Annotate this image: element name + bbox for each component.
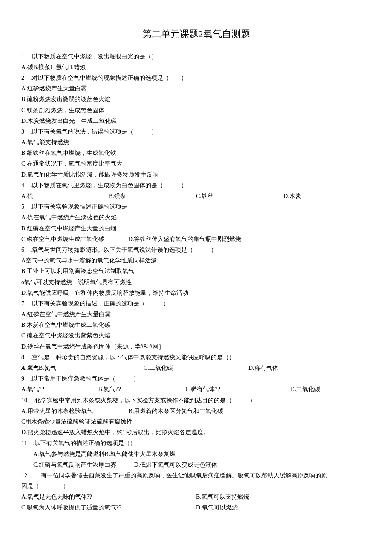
- q3-opt-d: D.氧气的化学性质比拟活泼，能跟许多物质发生反响: [21, 169, 371, 180]
- question-4: 4 .以下物质在氧气里燃烧，生成物为白色固体的是（ ） A.硫 B.镁条 C.铁…: [21, 180, 371, 201]
- q4-opt-c: C.铁丝: [196, 191, 283, 201]
- q11-opt-cd: C.红磷与氧气反响产生浓厚白雾 D.低温下氧气可以变成无色液体: [21, 459, 371, 470]
- q4-opt-b: B.镁条: [109, 191, 196, 201]
- question-10: 10 .化学实验中常用到木条或火柴梗，以下实验方案或操作不能到达目的的是（ ） …: [21, 395, 371, 438]
- q9-opt-a: A.氧气??: [21, 384, 98, 395]
- q6-stem: 6 .氧气与世间万物如影随形。以下关于氧气说法错误的选项是（ ）: [21, 244, 371, 255]
- q8-stem: 8 .空气是一种珍贵的自然资源，以下气体中既能支持燃烧又能供应呼吸的是（）: [21, 352, 371, 363]
- q3-opt-a: A.氧气能支持燃烧: [21, 137, 371, 148]
- q8-opt-c: C.二氧化碳: [144, 363, 248, 373]
- q1-stem: 1 .以下物质在空气中燃烧，发出耀眼白光的是（）: [21, 51, 371, 62]
- q7-opt-b: B.木炭在空气中燃烧生成二氧化碳: [21, 320, 371, 330]
- q5-opt-b: B.红磷在空气中燃烧产生大量的白烟: [21, 223, 371, 234]
- q12-opt-a: A.氧气是无色无味的气体??: [21, 491, 196, 502]
- q8-opt-ab: A.氧气B.氮气: [21, 363, 144, 373]
- q7-opt-a: A.红磷在空气中燃烧产生大量白雾: [21, 309, 371, 320]
- q9-opt-b: B.氮气??: [98, 384, 185, 395]
- question-1: 1 .以下物质在空气中燃烧，发出耀眼白光的是（） A.碳B.镁条C.氢气D.蜡烛: [21, 51, 371, 73]
- question-11: 11 .以下有关氧气的描述正确的选项是（） A.氧气参与燃烧是高能燃料B.氧气能…: [21, 438, 371, 470]
- q4-opt-a: A.硫: [21, 191, 109, 201]
- q6-opt-a: A空气中的氧气与水中溶解的氧气化学性质同样活泼: [21, 255, 371, 266]
- q12-row2: C.吸氧为人体呼吸提供了适量的氧气?? D.氧气可以燃烧: [21, 502, 371, 513]
- q3-stem: 3 .以下有关氧气的说法，错误的选项是（ ）: [21, 126, 371, 137]
- q6-opt-d: D.氧气能供应呼吸，它和体内物质反响释放能量，维持生命活动: [21, 288, 371, 298]
- q2-opt-b: B.硫粉燃烧发出微弱的淡蓝色火焰: [21, 94, 371, 105]
- q4-options: A.硫 B.镁条 C.铁丝 D.木炭: [21, 191, 371, 201]
- q8-b-text: B.氮气: [39, 363, 56, 373]
- question-2: 2 .对以下物质在空气中燃烧的现象描述正确的选项是（ ） A.红磷燃烧产生大量白…: [21, 73, 371, 126]
- q6-opt-c: α氧气可以支持燃烧，说明氧气具有可燃性: [21, 277, 371, 288]
- q9-opt-c: C.稀有气体??: [185, 384, 290, 395]
- q12-opt-b: B.氧气可以支持燃烧: [196, 491, 371, 502]
- q11-stem: 11 .以下有关氧气的描述正确的选项是（）: [21, 438, 371, 448]
- q7-opt-c: C.硫在空气中燃烧发出蓝紫色火焰: [21, 330, 371, 341]
- question-9: 9 .以下常用于医疗急救的气体是（ ） A.氧气?? B.氮气?? C.稀有气体…: [21, 373, 371, 395]
- q12-stem2: 因是（ ）: [21, 481, 371, 491]
- q5-stem: 5 .以下有关实验现象描述正确的选项是: [21, 201, 371, 212]
- q7-opt-d: D.铁丝在氧气中燃烧生成黑色固体［来源：学#科#网］: [21, 341, 371, 352]
- q8-options: A.氧气B.氮气 C.二氧化碳 D.稀有气体: [21, 363, 371, 373]
- q3-opt-b: B.细铁丝在氧气中燃烧，生成氧化铁: [21, 148, 371, 158]
- q9-stem: 9 .以下常用于医疗急救的气体是（ ）: [21, 373, 371, 384]
- q8-a-italic: 氧气: [27, 363, 39, 373]
- question-8: 8 .空气是一种珍贵的自然资源，以下气体中既能支持燃烧又能供应呼吸的是（） A.…: [21, 352, 371, 373]
- q12-opt-d: D.氧气可以燃烧: [196, 502, 371, 513]
- q11-opt-ab: A.氧气参与燃烧是高能燃料B.氧气能使带火星木条复燃: [21, 449, 371, 459]
- q5-opt-cd: C.碳在空气中燃烧生成二氧化碳 D,将铁丝伸入盛有氧气的集气瓶中剧烈燃烧: [21, 234, 371, 244]
- question-5: 5 .以下有关实验现象描述正确的选项是 A.硫在氧气中燃烧产生淡蓝色的火焰 B.…: [21, 201, 371, 244]
- q4-stem: 4 .以下物质在氧气里燃烧，生成物为白色固体的是（ ）: [21, 180, 371, 191]
- q1-options: A.碳B.镁条C.氢气D.蜡烛: [21, 62, 371, 73]
- question-7: 7 .以下有关实验现象的描述，正确的选项是（ ） A.红磷在空气中燃烧产生大量白…: [21, 298, 371, 352]
- q10-stem: 10 .化学实验中常用到木条或火柴梗，以下实验方案或操作不能到达目的的是（ ）: [21, 395, 371, 406]
- q9-opt-d: D.二氧化碳: [290, 384, 367, 395]
- q4-opt-d: D.木炭: [283, 191, 371, 201]
- q2-opt-a: A.红磷燃烧产生大量白雾: [21, 83, 371, 94]
- q5-opt-a: A.硫在氧气中燃烧产生淡蓝色的火焰: [21, 212, 371, 223]
- q12-opt-c: C.吸氧为人体呼吸提供了适量的氧气??: [21, 502, 196, 513]
- q2-opt-d: D.木炭燃烧发出白光，生成二氧化碳: [21, 116, 371, 126]
- q6-opt-b: B.工业上可以利用别离液态空气法制取氧气: [21, 266, 371, 276]
- q10-opt-ab: A.用带火星的木条检验氧气 B.用燃着的木条区分氮气和二氧化碳: [21, 406, 371, 416]
- q8-opt-d: D.稀有气体: [248, 363, 353, 373]
- page-title: 第二单元课题2氧气自测题: [21, 26, 371, 43]
- question-12: 12 .有一位同学暑假去西藏发生了严重的高原反响，医生让他吸氧后病症缓解。吸氧可…: [21, 470, 371, 513]
- q7-stem: 7 .以下有关实验现象的描述，正确的选项是（ ）: [21, 298, 371, 309]
- q3-opt-c: C.在通常状况下，氧气的密度比空气大: [21, 158, 371, 169]
- q10-opt-d: D.把火柴梗迅速平放入蜡烛火焰中，约1秒后取出，比拟火焰各层温度。: [21, 427, 371, 438]
- q2-opt-c: C.镁条剧烈燃烧，生成黑色固体: [21, 105, 371, 116]
- q9-options: A.氧气?? B.氮气?? C.稀有气体?? D.二氧化碳: [21, 384, 371, 395]
- q12-stem: 12 .有一位同学暑假去西藏发生了严重的高原反响，医生让他吸氧后病症缓解。吸氧可…: [21, 470, 371, 481]
- q12-row1: A.氧气是无色无味的气体?? B.氧气可以支持燃烧: [21, 491, 371, 502]
- q2-stem: 2 .对以下物质在空气中燃烧的现象描述正确的选项是（ ）: [21, 73, 371, 83]
- question-6: 6 .氧气与世间万物如影随形。以下关于氧气说法错误的选项是（ ） A空气中的氧气…: [21, 244, 371, 298]
- q8-a-prefix: A.: [21, 363, 27, 373]
- q10-opt-c: C用木条蘸少量浓硫酸验证浓硫酸有腐蚀性: [21, 416, 371, 427]
- question-3: 3 .以下有关氧气的说法，错误的选项是（ ） A.氧气能支持燃烧 B.细铁丝在氧…: [21, 126, 371, 180]
